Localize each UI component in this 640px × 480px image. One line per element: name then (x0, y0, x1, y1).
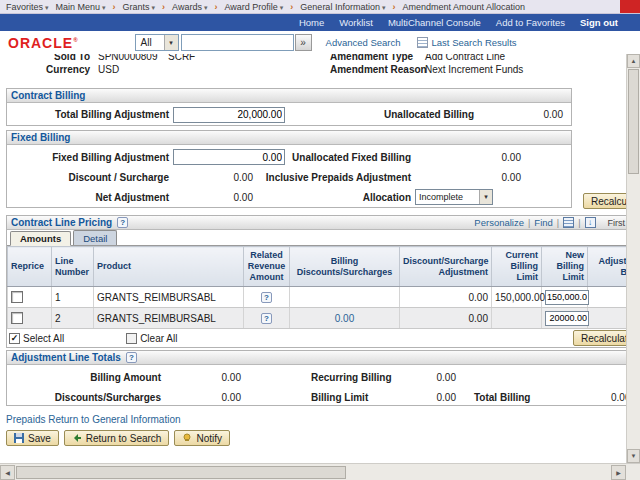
vertical-scrollbar[interactable] (626, 54, 640, 463)
search-input[interactable] (181, 34, 294, 51)
billing-limit-value: 0.00 (399, 392, 456, 403)
current-billing-limit-cell (492, 308, 542, 329)
chevron-down-icon (152, 2, 156, 12)
help-icon[interactable] (126, 352, 137, 363)
save-disk-icon (14, 433, 24, 443)
net-adjustment-label: Net Adjustment (7, 192, 169, 203)
related-revenue-help-icon[interactable] (261, 313, 272, 324)
reprice-checkbox-row-2[interactable] (11, 312, 23, 324)
pricing-grid: Reprice Line Number Product Related Reve… (7, 246, 627, 329)
allocation-select[interactable]: Incomplete (415, 189, 493, 205)
scroll-left-arrow-icon[interactable] (0, 465, 15, 480)
vertical-scrollbar-thumb[interactable] (628, 69, 639, 174)
breadcrumb-awards[interactable]: Awards (172, 2, 207, 12)
view-all-icon[interactable] (563, 217, 574, 228)
breadcrumb-label: General Information (300, 2, 380, 12)
search-scope-select[interactable]: All (135, 34, 179, 51)
toolbar: Save Return to Search Notify (6, 430, 640, 446)
breadcrumb-award-profile[interactable]: Award Profile (224, 2, 283, 12)
select-all-label[interactable]: Select All (23, 333, 64, 344)
scroll-down-arrow-icon[interactable] (627, 449, 640, 463)
sign-out-link[interactable]: Sign out (580, 17, 618, 28)
return-arrow-icon (72, 433, 82, 443)
unallocated-fixed-billing-value: 0.00 (411, 152, 521, 163)
section-title: Contract Billing (11, 90, 85, 101)
total-billing-adjustment-label: Total Billing Adjustment (7, 109, 169, 120)
breadcrumb-grants[interactable]: Grants (123, 2, 156, 12)
contract-billing-header: Contract Billing (7, 89, 571, 103)
notify-button[interactable]: Notify (174, 430, 230, 446)
chevron-down-icon[interactable] (164, 35, 178, 50)
table-row: 1 GRANTS_REIMBURSABL 0.00 150,000.00 (8, 287, 628, 308)
nav-add-to-favorites-link[interactable]: Add to Favorites (496, 17, 565, 28)
currency-label: Currency (6, 64, 90, 75)
scroll-right-arrow-icon[interactable] (611, 465, 626, 480)
adjustment-billing-cell (588, 308, 628, 329)
new-billing-limit-input-row-2[interactable] (545, 311, 589, 326)
section-title: Contract Line Pricing (11, 217, 112, 228)
chevron-down-icon[interactable] (479, 190, 492, 204)
separator (578, 218, 580, 228)
col-header-discount-adjustment: Discount/Surcharge Adjustment (400, 247, 492, 287)
billing-discounts-cell (290, 287, 400, 308)
clear-all-label[interactable]: Clear All (140, 333, 177, 344)
nav-home-link[interactable]: Home (299, 17, 324, 28)
first-nav-link[interactable]: First (608, 218, 626, 228)
breadcrumb-general-information[interactable]: General Information (300, 2, 385, 12)
billing-discounts-link[interactable]: 0.00 (335, 313, 354, 324)
prepaids-link[interactable]: Prepaids (6, 414, 45, 425)
return-to-search-button[interactable]: Return to Search (64, 430, 170, 446)
billing-limit-label: Billing Limit (311, 392, 399, 403)
product-cell: GRANTS_REIMBURSABL (94, 287, 244, 308)
select-all-checkbox[interactable] (9, 333, 20, 344)
nav-multichannel-console-link[interactable]: MultiChannel Console (388, 17, 481, 28)
contract-billing-section: Contract Billing Total Billing Adjustmen… (6, 88, 572, 126)
save-button[interactable]: Save (6, 430, 59, 446)
col-header-product: Product (94, 247, 244, 287)
discount-adjustment-cell: 0.00 (400, 308, 492, 329)
net-adjustment-value: 0.00 (173, 192, 253, 203)
line-number-cell: 1 (52, 287, 94, 308)
total-billing-adjustment-input[interactable] (173, 107, 285, 123)
discounts-surcharges-value: 0.00 (161, 392, 241, 403)
find-link[interactable]: Find (534, 217, 552, 228)
tab-detail[interactable]: Detail (73, 230, 117, 245)
help-icon[interactable] (117, 217, 128, 228)
fixed-billing-adjustment-input[interactable] (173, 149, 285, 165)
recurring-billing-label: Recurring Billing (311, 372, 399, 383)
return-to-general-information-link[interactable]: Return to General Information (48, 414, 180, 425)
breadcrumb-main-menu[interactable]: Main Menu (56, 2, 106, 12)
current-billing-limit-cell: 150,000.00 (492, 287, 542, 308)
allocation-value: Incomplete (416, 192, 479, 202)
chevron-down-icon (280, 2, 284, 12)
adjustment-line-totals-header: Adjustment Line Totals (7, 351, 627, 365)
breadcrumb-separator-icon (162, 2, 165, 12)
billing-amount-label: Billing Amount (7, 372, 161, 383)
horizontal-scrollbar[interactable] (0, 463, 640, 480)
clear-all-checkbox[interactable] (126, 333, 137, 344)
fixed-billing-section: Fixed Billing Fixed Billing Adjustment U… (6, 130, 572, 208)
related-revenue-help-icon[interactable] (261, 292, 272, 303)
scroll-up-arrow-icon[interactable] (627, 54, 640, 68)
tab-amounts[interactable]: Amounts (10, 231, 71, 246)
nav-worklist-link[interactable]: Worklist (339, 17, 373, 28)
chevron-down-icon (102, 2, 106, 12)
personalize-link[interactable]: Personalize (474, 217, 524, 228)
allocation-label: Allocation (253, 192, 411, 203)
download-icon[interactable] (585, 217, 596, 228)
col-header-related-revenue: Related Revenue Amount (244, 247, 290, 287)
total-billing-value: 0.00 (530, 392, 630, 403)
advanced-search-link[interactable]: Advanced Search (326, 37, 401, 48)
new-billing-limit-input-row-1[interactable] (545, 290, 589, 305)
grid-footer: Select All Clear All Recalculate (7, 329, 627, 347)
last-search-results-link[interactable]: Last Search Results (432, 37, 517, 48)
notify-label: Notify (196, 433, 222, 444)
search-go-button[interactable] (295, 34, 312, 51)
grid-action-bar: Personalize Find First (474, 217, 625, 228)
breadcrumb-favorites[interactable]: Favorites (6, 2, 49, 12)
breadcrumb-separator-icon (392, 2, 395, 12)
reprice-checkbox-row-1[interactable] (11, 291, 23, 303)
amendment-reason-value: Next Increment Funds (425, 64, 523, 75)
horizontal-scrollbar-thumb[interactable] (16, 466, 346, 479)
contract-line-pricing-header: Contract Line Pricing Personalize Find F… (7, 216, 627, 230)
